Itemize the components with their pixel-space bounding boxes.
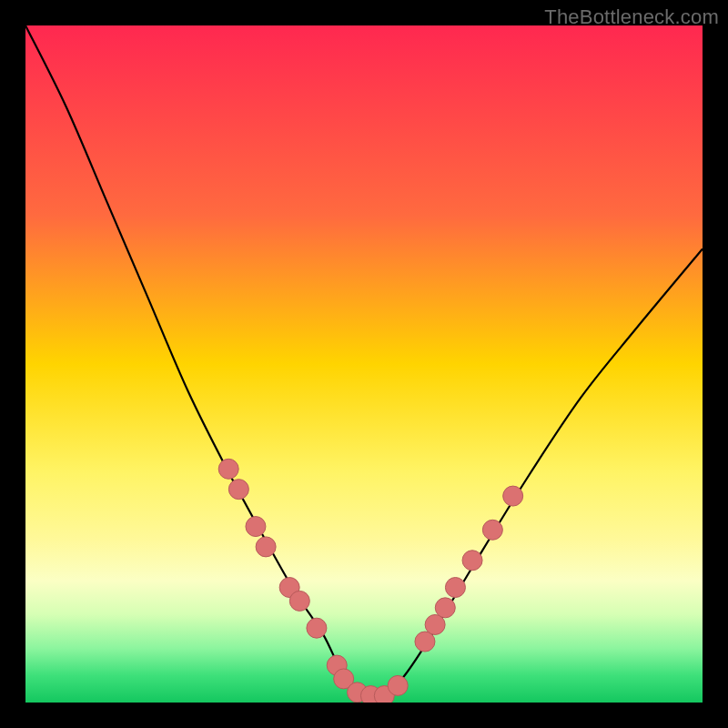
data-marker <box>307 618 327 638</box>
data-marker <box>256 537 276 557</box>
data-marker <box>503 486 523 506</box>
data-marker <box>445 578 465 598</box>
data-marker <box>218 459 238 479</box>
data-marker <box>388 675 408 695</box>
gradient-background <box>25 25 703 703</box>
plot-area <box>25 25 703 703</box>
watermark-text: TheBottleneck.com <box>544 5 719 29</box>
data-marker <box>246 517 266 537</box>
data-marker <box>462 551 482 571</box>
data-marker <box>435 598 455 618</box>
data-marker <box>482 520 502 540</box>
data-marker <box>228 480 248 500</box>
chart-container: TheBottleneck.com <box>0 0 728 728</box>
data-marker <box>289 591 309 611</box>
chart-svg <box>25 25 703 703</box>
